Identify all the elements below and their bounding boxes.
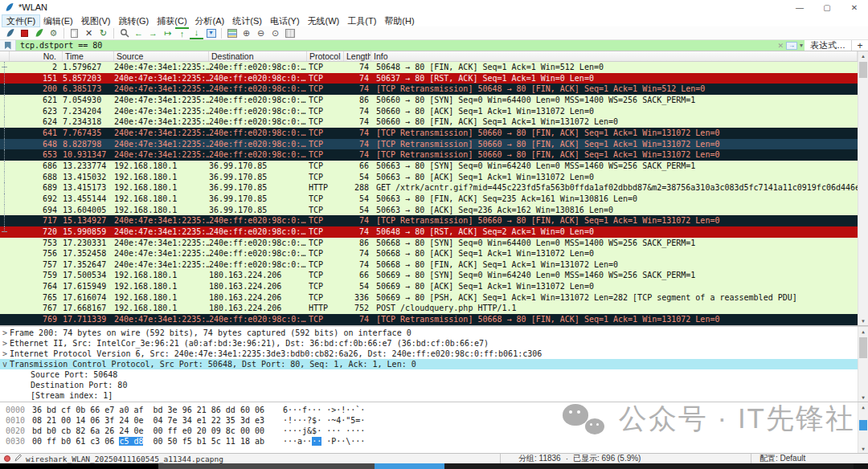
hex-row[interactable]: 001008 21 00 14 06 3f 24 0e 04 7e 34 e1 … [0, 415, 858, 426]
filter-dropdown-icon[interactable]: ▾ [800, 42, 803, 49]
expander-icon[interactable]: > [0, 328, 10, 338]
menu-item-help[interactable]: 帮助(H) [380, 15, 418, 27]
scroll-down-icon[interactable]: ▼ [858, 316, 868, 325]
menu-item-wireless[interactable]: 无线(W) [304, 15, 344, 27]
go-back-icon[interactable]: ← [132, 27, 145, 39]
profile-label[interactable]: 配置: Default [760, 453, 805, 464]
packet-row[interactable]: 71715.134927240e:47e:34e1:2235:…240e:ff:… [0, 215, 858, 226]
packet-row[interactable]: 75717.352647240e:47e:34e1:2235:…240e:ff:… [0, 259, 858, 271]
packet-row[interactable]: 75317.230331240e:47e:34e1:2235:…240e:ff:… [0, 238, 858, 249]
packet-row[interactable]: 6217.054930240e:47e:34e1:2235:…240e:ff:e… [0, 95, 858, 106]
column-header-source[interactable]: Source [114, 51, 209, 61]
details-scrollbar[interactable]: ▲ ▼ [858, 327, 868, 402]
scroll-up-icon[interactable]: ▲ [858, 327, 868, 336]
zoom-reset-icon[interactable]: ⊙ [268, 27, 282, 39]
column-header-info[interactable]: Info [371, 51, 858, 61]
hex-row[interactable]: 0020bd b0 cb 82 6a 26 24 0e 00 ff e0 20 … [0, 426, 858, 436]
reload-icon[interactable]: ↻ [96, 27, 110, 39]
packet-row[interactable]: 68913.415173192.168.180.136.99.170.85HTT… [0, 182, 858, 194]
packet-row[interactable]: 1515.857203240e:47e:34e1:2235:…240e:ff:e… [0, 73, 858, 84]
packet-row[interactable]: 2006.385173240e:47e:34e1:2235:…240e:ff:e… [0, 84, 858, 95]
colorize-icon[interactable] [225, 27, 239, 39]
scrollbar-thumb[interactable] [859, 337, 867, 358]
menu-item-file[interactable]: 文件(F) [2, 15, 39, 27]
zoom-in-icon[interactable]: ⊕ [240, 27, 253, 39]
minimize-button[interactable]: — [786, 0, 813, 14]
bytes-scrollbar[interactable]: ▲ ▼ [858, 402, 868, 453]
packet-row[interactable]: 6237.234204240e:47e:34e1:2235:…240e:ff:e… [0, 106, 858, 117]
detail-line[interactable]: Destination Port: 80 [0, 380, 858, 390]
detail-line[interactable]: vTransmission Control Protocol, Src Port… [0, 359, 858, 369]
detail-line[interactable]: Source Port: 50648 [0, 369, 858, 380]
menu-item-capture[interactable]: 捕获(C) [153, 15, 190, 27]
scroll-down-icon[interactable]: ▼ [858, 444, 868, 453]
menu-item-telephony[interactable]: 电话(Y) [266, 15, 304, 27]
packet-row[interactable]: 76917.711339240e:47e:34e1:2235:…240e:ff:… [0, 314, 858, 325]
capture-options-icon[interactable]: ⚙ [47, 27, 60, 39]
detail-line[interactable]: [Stream index: 1] [0, 390, 858, 401]
packet-row[interactable]: 68813.415032192.168.180.136.99.170.85TCP… [0, 172, 858, 183]
expander-icon[interactable]: > [0, 338, 10, 349]
go-first-icon[interactable]: ↑ [175, 27, 189, 39]
open-file-icon[interactable] [68, 27, 81, 39]
scroll-up-icon[interactable]: ▲ [858, 402, 868, 411]
display-filter-input[interactable] [16, 40, 805, 51]
packet-row[interactable]: 21.579627240e:47e:34e1:2235:…240e:ff:e02… [0, 62, 858, 73]
auto-scroll-icon[interactable]: ▾ [204, 27, 218, 39]
packet-row[interactable]: 72015.990859240e:47e:34e1:2235:…240e:ff:… [0, 226, 858, 238]
menu-item-edit[interactable]: 编辑(E) [39, 15, 77, 27]
menu-item-view[interactable]: 视图(V) [77, 15, 115, 27]
zoom-out-icon[interactable]: ⊖ [254, 27, 268, 39]
detail-line[interactable]: >Ethernet II, Src: IntelCor_3e:96:21 (a0… [0, 338, 858, 349]
column-header-time[interactable]: Time [63, 51, 114, 61]
column-header-no[interactable]: No. [10, 51, 63, 61]
expander-icon[interactable]: v [0, 359, 10, 369]
packet-row[interactable]: 65310.931347240e:47e:34e1:2235:…240e:ff:… [0, 149, 858, 161]
hex-row[interactable]: 000036 bd cf 0b 66 e7 a0 af bd 3e 96 21 … [0, 405, 858, 415]
maximize-button[interactable]: ▢ [813, 0, 841, 14]
close-file-icon[interactable]: ✕ [82, 27, 96, 39]
packet-row[interactable]: 6488.828798240e:47e:34e1:2235:…240e:ff:e… [0, 139, 858, 150]
add-filter-button[interactable]: + [852, 40, 868, 51]
scrollbar-thumb[interactable] [859, 62, 867, 78]
column-header-destination[interactable]: Destination [209, 51, 307, 61]
packet-row[interactable]: 76517.616074192.168.180.1180.163.224.206… [0, 292, 858, 304]
column-header-length[interactable]: Length [344, 51, 371, 61]
stop-capture-icon[interactable] [18, 27, 31, 39]
go-last-icon[interactable]: ↓ [190, 27, 203, 39]
packet-row[interactable]: 75917.500534192.168.180.1180.163.224.206… [0, 270, 858, 281]
restart-capture-icon[interactable] [32, 27, 46, 39]
expression-button[interactable]: 表达式… [805, 40, 852, 51]
start-capture-icon[interactable] [3, 27, 17, 39]
find-packet-icon[interactable] [117, 27, 131, 39]
packet-row[interactable]: 6247.234318240e:47e:34e1:2235:…240e:ff:e… [0, 116, 858, 128]
column-header-protocol[interactable]: Protocol [307, 51, 344, 61]
filter-bookmark-button[interactable] [0, 40, 16, 51]
go-forward-icon[interactable]: → [146, 27, 160, 39]
scrollbar-thumb[interactable] [859, 420, 867, 430]
expander-icon[interactable]: > [0, 349, 10, 359]
resize-columns-icon[interactable] [283, 27, 297, 39]
packet-row[interactable]: 69413.604005192.168.180.136.99.170.85TCP… [0, 205, 858, 216]
packet-row[interactable]: 6417.767435240e:47e:34e1:2235:…240e:ff:e… [0, 128, 858, 139]
packet-row[interactable]: 76717.668167192.168.180.1180.163.224.206… [0, 303, 858, 314]
menu-item-tools[interactable]: 工具(T) [343, 15, 380, 27]
hex-row[interactable]: 003000 ff b0 61 c3 06 c5 d8 00 50 f5 b1 … [0, 436, 858, 447]
detail-line[interactable]: >Internet Protocol Version 6, Src: 240e:… [0, 349, 858, 359]
menu-item-statistics[interactable]: 统计(S) [228, 15, 266, 27]
go-to-packet-icon[interactable]: ↦ [161, 27, 174, 39]
packet-row[interactable]: 75617.352458240e:47e:34e1:2235:…240e:ff:… [0, 248, 858, 259]
scroll-down-icon[interactable]: ▼ [858, 393, 868, 402]
filter-clear-icon[interactable]: ✕ [777, 42, 784, 50]
packet-row[interactable]: 76417.615949192.168.180.1180.163.224.206… [0, 281, 858, 292]
filter-apply-icon[interactable]: → [786, 42, 797, 50]
scroll-up-icon[interactable]: ▲ [858, 51, 868, 60]
menu-item-analyze[interactable]: 分析(A) [191, 15, 229, 27]
annotation-icon[interactable] [14, 454, 22, 463]
expert-info-icon[interactable] [4, 455, 10, 462]
close-button[interactable]: ✕ [841, 0, 868, 14]
packet-row[interactable]: 69213.455144192.168.180.136.99.170.85TCP… [0, 194, 858, 205]
detail-line[interactable]: >Frame 200: 74 bytes on wire (592 bits),… [0, 328, 858, 338]
packet-list-scrollbar[interactable]: ▲ ▼ [858, 51, 868, 325]
packet-row[interactable]: 68613.233774192.168.180.136.99.170.85TCP… [0, 161, 858, 172]
